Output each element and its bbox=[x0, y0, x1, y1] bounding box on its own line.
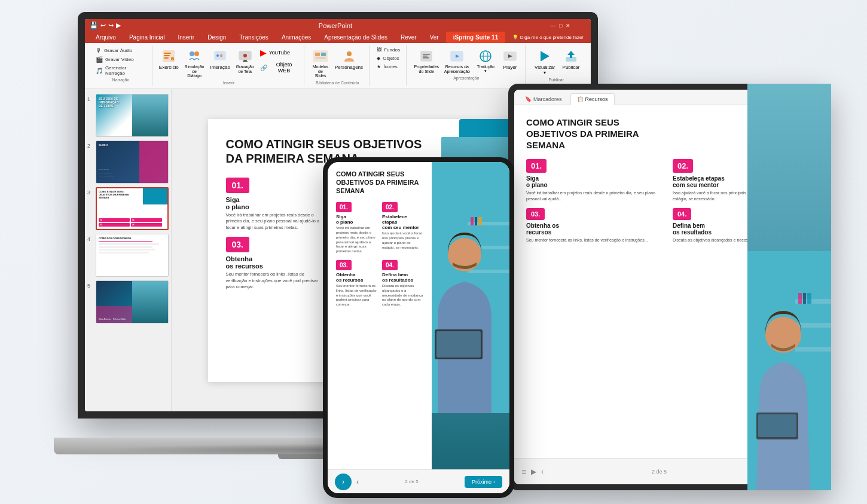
slide-thumb-1[interactable]: 1 SEU GUIA DEINTEGRAÇÃODE 7 DIAS bbox=[87, 94, 169, 137]
svg-marker-32 bbox=[567, 51, 575, 55]
icones-icon: ★ bbox=[377, 64, 381, 69]
tablet-play-icon[interactable]: ▶ bbox=[531, 468, 536, 476]
tab-ver[interactable]: Ver bbox=[424, 32, 445, 43]
svg-rect-33 bbox=[570, 54, 572, 58]
tablet-step-2-badge: 02. bbox=[673, 159, 693, 173]
phone-slide: COMO ATINGIR SEUSOBJETIVOS DA PRIMEIRASE… bbox=[328, 162, 509, 469]
tablet-step-3-desc: Seu mentor fornecerá os links, listas de… bbox=[526, 237, 667, 243]
phone-next-btn[interactable]: Próximo › bbox=[465, 476, 502, 488]
interacao-btn[interactable]: Interação bbox=[209, 47, 232, 71]
gravacao-tela-label: Gravaçãode Tela bbox=[236, 65, 254, 74]
player-btn[interactable]: Player bbox=[500, 47, 520, 71]
publicar-label: Publicar bbox=[549, 78, 564, 82]
tab-animacoes[interactable]: Animações bbox=[276, 32, 317, 43]
step-3-badge: 03. bbox=[226, 237, 249, 252]
tablet-step-1-title: Sigao plano bbox=[526, 175, 667, 188]
svg-rect-47 bbox=[468, 222, 509, 225]
svg-rect-17 bbox=[315, 57, 326, 59]
publicar-btn[interactable]: Publicar bbox=[561, 47, 581, 71]
interacao-icon bbox=[212, 48, 228, 65]
tablet-menu-icon[interactable]: ≡ bbox=[521, 467, 526, 476]
slide-thumb-3[interactable]: 3 COMO ATINGIR SEUSOBJETIVOS DA PRIMEIRA… bbox=[87, 187, 169, 230]
slides-panel: 1 SEU GUIA DEINTEGRAÇÃODE 7 DIAS bbox=[85, 89, 172, 411]
tab-transicoes[interactable]: Transições bbox=[233, 32, 274, 43]
ribbon-group-inserir: Exercício bbox=[154, 45, 304, 86]
gravar-audio[interactable]: 🎙 Gravar Áudio bbox=[94, 47, 147, 54]
gravacao-tela-btn[interactable]: Gravaçãode Tela bbox=[234, 47, 256, 75]
modelos-slides-btn[interactable]: Modelosde Slides bbox=[310, 47, 331, 80]
apresentacao-label: Apresentação bbox=[453, 76, 479, 80]
propriedades-btn[interactable]: Propriedadesdo Slide bbox=[413, 47, 440, 75]
exercicio-btn[interactable]: Exercício bbox=[157, 47, 181, 71]
tablet-prev-arrow[interactable]: ‹ bbox=[541, 468, 544, 476]
tab-apresentacao-slides[interactable]: Apresentação de Slides bbox=[318, 32, 393, 43]
ribbon-group-apresentacao: Propriedadesdo Slide Recursos daApresent bbox=[408, 45, 525, 86]
slide-thumb-5[interactable]: 5 Slide Anterior Próximo Slide bbox=[87, 280, 169, 323]
slide-thumb-2[interactable]: 2 SLIDE 2 — — — — — — — — — — — — — — — bbox=[87, 140, 169, 184]
fundos-btn[interactable]: 🖼 Fundos bbox=[376, 47, 401, 53]
objeto-web-btn[interactable]: 🔗 Objeto WEB bbox=[258, 60, 301, 75]
tab-ispring[interactable]: iSpring Suite 11 bbox=[446, 32, 506, 43]
tablet-step-3: 03. Obtenha osrecursos Seu mentor fornec… bbox=[526, 208, 667, 243]
tab-pagina-inicial[interactable]: Página Inicial bbox=[123, 32, 170, 43]
simulacao-icon bbox=[186, 48, 203, 65]
svg-rect-2 bbox=[164, 55, 170, 56]
phone-nav-arrow-btn[interactable]: › bbox=[335, 474, 352, 490]
youtube-btn[interactable]: ▶ YouTube bbox=[258, 47, 300, 59]
step-3-desc: Seu mentor fornecerá os links, listas de… bbox=[226, 271, 325, 291]
app-title: PowerPoint bbox=[319, 22, 352, 29]
tab-design[interactable]: Design bbox=[202, 32, 232, 43]
svg-rect-3 bbox=[164, 57, 169, 59]
svg-point-8 bbox=[216, 54, 219, 57]
svg-point-6 bbox=[194, 51, 199, 56]
tab-arquivo[interactable]: Arquivo bbox=[90, 32, 122, 43]
svg-rect-50 bbox=[471, 217, 474, 225]
phone-step-1-badge: 01. bbox=[336, 202, 352, 212]
phone-step-3-desc: Seu mentor fornecerá os links, listas de… bbox=[336, 284, 377, 307]
phone-step-4-desc: Discuta os objetivos alcançados e a nece… bbox=[382, 284, 423, 307]
phone-next-chevron: › bbox=[493, 479, 495, 485]
quick-access[interactable]: 💾 ↩ ↪ ▶ bbox=[90, 22, 121, 29]
svg-rect-42 bbox=[807, 293, 811, 304]
phone-prev-btn[interactable]: ‹ bbox=[356, 478, 359, 486]
step-1-badge: 01. bbox=[226, 178, 249, 193]
phone-step-2-badge: 02. bbox=[382, 202, 398, 212]
tablet-image-panel bbox=[747, 105, 825, 458]
tablet-step-1-badge: 01. bbox=[526, 159, 547, 173]
player-icon bbox=[502, 48, 518, 65]
gerenciar-narracao[interactable]: 🎵 Gerenciar Narração bbox=[94, 65, 147, 77]
recursos-icon bbox=[448, 48, 465, 65]
slide-thumb-4[interactable]: 4 COMO NOS COMUNICAMOS bbox=[87, 234, 169, 277]
tablet-step-4-badge: 04. bbox=[673, 208, 691, 220]
interacao-label: Interação bbox=[210, 65, 230, 70]
tablet-step-3-title: Obtenha osrecursos bbox=[526, 222, 667, 236]
phone-step-2-title: Estabelece etapascom seu mentor bbox=[382, 214, 423, 230]
svg-point-11 bbox=[243, 54, 247, 57]
svg-marker-30 bbox=[541, 51, 549, 61]
inserir-items: Exercício bbox=[157, 47, 300, 80]
ribbon-group-conteudo: 🖼 Fundos ◆ Objetos ★ Ícones bbox=[371, 45, 407, 86]
icones-btn[interactable]: ★ Ícones bbox=[376, 63, 399, 70]
modelos-icon bbox=[312, 48, 329, 65]
personagens-btn[interactable]: Personagens bbox=[333, 47, 365, 71]
inserir-label: Inserir bbox=[223, 81, 234, 85]
tablet-tab-marcadores[interactable]: 🔖 Marcadores bbox=[519, 93, 568, 105]
personagens-label: Personagens bbox=[335, 65, 363, 70]
simulacao-btn[interactable]: Simulaçãode Diálogo bbox=[183, 47, 206, 80]
step-1-title: Sigao plano bbox=[226, 196, 325, 210]
tab-inserir[interactable]: Inserir bbox=[172, 32, 200, 43]
mic-icon: 🎙 bbox=[96, 47, 102, 54]
svg-rect-52 bbox=[478, 217, 482, 225]
exercicio-icon bbox=[160, 48, 177, 65]
objetos-btn[interactable]: ◆ Objetos bbox=[376, 55, 401, 62]
recursos-apresentacao-btn[interactable]: Recursos daApresentação bbox=[442, 47, 471, 75]
tab-rever[interactable]: Rever bbox=[395, 32, 423, 43]
vizualizar-btn[interactable]: Vizualizar ▾ bbox=[532, 47, 559, 77]
ribbon-tabs: Arquivo Página Inicial Inserir Design Tr… bbox=[85, 32, 591, 43]
tablet-tab-recursos[interactable]: 📋 Recursos bbox=[570, 93, 615, 105]
svg-rect-14 bbox=[313, 51, 328, 62]
phone-step-3-title: Obtenhaos recursos bbox=[336, 272, 377, 283]
traducao-btn[interactable]: Tradução ▾ bbox=[474, 47, 497, 75]
gravar-video[interactable]: 🎬 Gravar Vídeo bbox=[94, 56, 147, 63]
phone-slide-content: COMO ATINGIR SEUSOBJETIVOS DA PRIMEIRASE… bbox=[328, 162, 432, 469]
